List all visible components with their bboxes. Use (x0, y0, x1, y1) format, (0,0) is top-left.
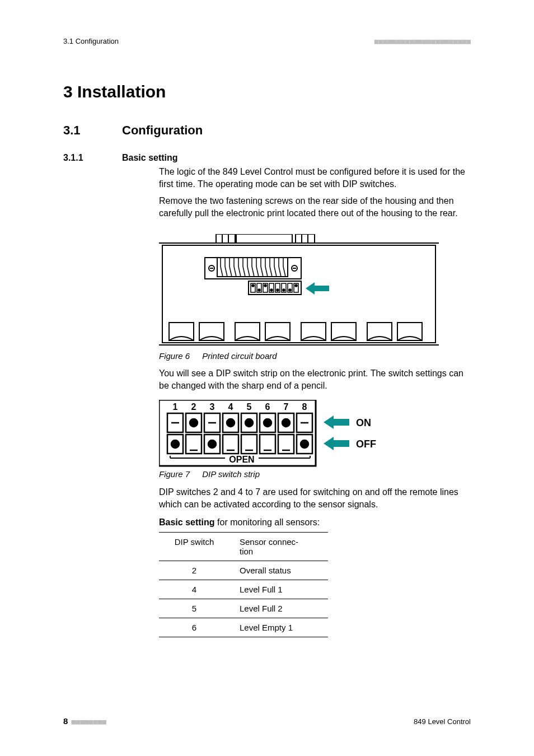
table-row: 4Level Full 1 (159, 580, 328, 599)
svg-line-45 (283, 267, 285, 277)
svg-rect-70 (331, 323, 356, 340)
svg-point-105 (301, 440, 308, 448)
svg-rect-110 (334, 419, 349, 426)
svg-point-77 (171, 440, 179, 448)
paragraph-2: Remove the two fastening screws on the r… (159, 195, 471, 220)
chapter-title: 3 Installation (63, 82, 166, 101)
svg-point-91 (245, 419, 253, 427)
svg-line-21 (229, 267, 232, 277)
th-sensor-connection: Sensor connec-tion (229, 533, 328, 561)
svg-line-25 (238, 267, 241, 277)
running-header-left: 3.1 Configuration (63, 37, 119, 45)
svg-line-35 (261, 267, 263, 277)
paragraph-5: Basic setting for monitoring all sensors… (159, 516, 471, 529)
figure-7-dip-strip: 1 2 3 4 5 6 7 8 (159, 400, 400, 470)
svg-rect-15 (217, 258, 288, 277)
svg-point-62 (295, 284, 297, 287)
figure-6-pcb (159, 234, 439, 351)
svg-point-54 (270, 289, 273, 291)
dip-open-label: OPEN (229, 455, 254, 464)
paragraph-1: The logic of the 849 Level Control must … (159, 166, 471, 191)
svg-marker-111 (324, 416, 334, 429)
subsection-title: Basic setting (122, 153, 178, 163)
svg-line-19 (225, 267, 227, 277)
svg-rect-71 (367, 323, 392, 340)
svg-marker-113 (324, 437, 334, 450)
svg-line-39 (270, 267, 272, 277)
svg-rect-6 (236, 234, 292, 243)
svg-line-31 (252, 267, 254, 277)
figure-6-caption: Figure 6 Printed circuit board (159, 351, 277, 361)
footer-dots: ■■■■■■■■ (72, 717, 107, 726)
svg-point-79 (190, 419, 198, 427)
figure-6-text: Printed circuit board (202, 351, 277, 361)
svg-line-27 (243, 267, 245, 277)
svg-point-56 (277, 289, 279, 291)
svg-line-33 (256, 267, 259, 277)
svg-rect-46 (249, 281, 301, 295)
svg-point-50 (258, 289, 260, 291)
paragraph-4: DIP switches 2 and 4 to 7 are used for s… (159, 486, 471, 511)
svg-rect-112 (334, 440, 349, 447)
paragraph-3: You will see a DIP switch strip on the e… (159, 367, 471, 393)
dip-num-4: 4 (228, 402, 233, 412)
dip-num-5: 5 (247, 402, 252, 412)
svg-point-95 (264, 419, 271, 427)
dip-num-1: 1 (173, 402, 178, 412)
dip-num-2: 2 (191, 402, 196, 412)
svg-rect-7 (296, 234, 315, 243)
th-dip-switch: DIP switch (159, 533, 229, 561)
section-title: Configuration (122, 123, 203, 138)
figure-6-number: Figure 6 (159, 351, 190, 361)
dip-num-3: 3 (210, 402, 215, 412)
svg-rect-68 (265, 323, 290, 340)
footer-product: 849 Level Control (414, 717, 471, 726)
dip-on-label: ON (356, 417, 371, 428)
figure-7-caption: Figure 7 DIP switch strip (159, 469, 260, 479)
svg-line-41 (274, 267, 277, 277)
svg-rect-69 (301, 323, 326, 340)
svg-point-99 (282, 419, 290, 427)
svg-point-87 (227, 419, 235, 427)
svg-rect-65 (169, 323, 194, 340)
svg-line-17 (221, 267, 223, 277)
svg-line-23 (234, 267, 236, 277)
running-header-dots: ■■■■■■■■■■■■■■■■■■■■■■ (374, 37, 471, 45)
figure-7-text: DIP switch strip (202, 469, 260, 479)
basic-setting-rest: for monitoring all sensors: (215, 517, 320, 527)
dip-num-8: 8 (302, 402, 307, 412)
svg-line-37 (265, 267, 268, 277)
svg-rect-10 (205, 258, 301, 279)
dip-num-6: 6 (265, 402, 270, 412)
svg-rect-3 (216, 234, 235, 243)
section-number: 3.1 (63, 123, 81, 138)
svg-point-58 (283, 289, 285, 291)
svg-rect-72 (397, 323, 422, 340)
svg-rect-66 (199, 323, 224, 340)
basic-setting-bold: Basic setting (159, 517, 215, 527)
svg-line-43 (279, 267, 281, 277)
subsection-number: 3.1.1 (63, 153, 83, 163)
svg-point-48 (252, 284, 254, 287)
page-number: 8 ■■■■■■■■ (63, 716, 106, 726)
dip-num-7: 7 (284, 402, 289, 412)
svg-marker-64 (306, 282, 315, 295)
svg-point-85 (208, 440, 216, 448)
svg-point-60 (289, 289, 291, 291)
svg-rect-63 (315, 286, 329, 291)
table-row: 5Level Full 2 (159, 599, 328, 618)
svg-point-52 (264, 284, 266, 287)
table-row: 6Level Empty 1 (159, 618, 328, 637)
svg-line-29 (247, 267, 250, 277)
table-row: 2Overall status (159, 561, 328, 580)
figure-7-number: Figure 7 (159, 469, 190, 479)
svg-rect-67 (235, 323, 260, 340)
dip-off-label: OFF (356, 438, 376, 450)
dip-switch-table: DIP switch Sensor connec-tion 2Overall s… (159, 532, 328, 637)
